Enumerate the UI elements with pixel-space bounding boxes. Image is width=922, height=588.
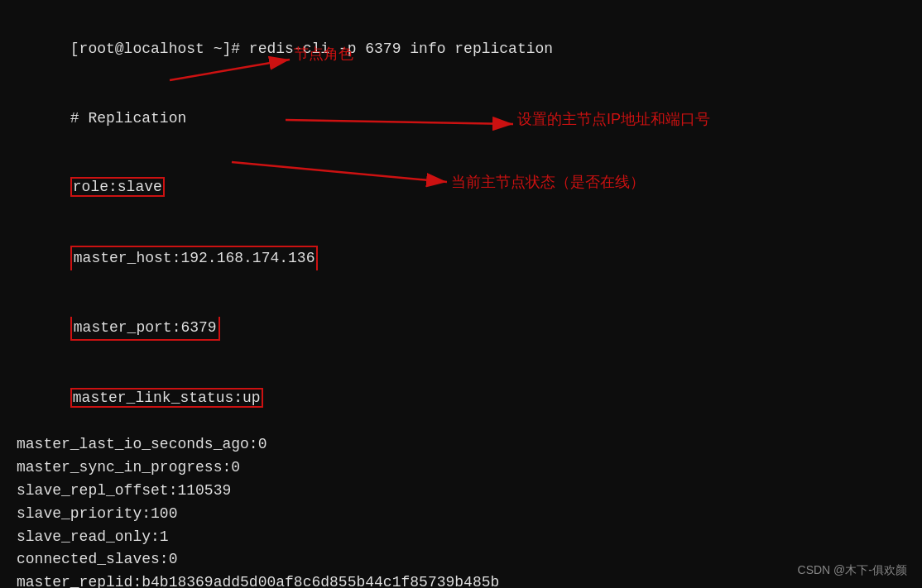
prompt-line: [root@localhost ~]# redis-cli -p 6379 in… [17,15,905,84]
link-status-line: master_link_status:up [17,364,905,433]
terminal-content: [root@localhost ~]# redis-cli -p 6379 in… [17,15,905,588]
section-text: # Replication [70,110,186,127]
line-sync: master_sync_in_progress:0 [17,457,905,480]
line-connected-slaves: connected_slaves:0 [17,548,905,571]
section-header: # Replication [17,84,905,154]
label-role: 节点角色 [294,44,353,64]
master-port-line: master_port:6379 [17,294,905,365]
line-slave-priority: slave_priority:100 [17,503,905,526]
label-status: 当前主节点状态（是否在线） [451,172,645,192]
link-status-box: master_link_status:up [70,388,263,408]
line-slave-readonly: slave_read_only:1 [17,526,905,549]
role-box: role:slave [70,177,165,197]
line-last-io: master_last_io_seconds_ago:0 [17,433,905,457]
line-replid: master_replid:b4b18369add5d00af8c6d855b4… [17,571,905,588]
master-host-line: master_host:192.168.174.136 [17,222,905,294]
terminal-window: [root@localhost ~]# redis-cli -p 6379 in… [0,0,922,588]
label-master: 设置的主节点IP地址和端口号 [517,109,710,129]
line-slave-offset: slave_repl_offset:110539 [17,480,905,503]
watermark: CSDN @木下-俱欢颜 [798,563,907,578]
